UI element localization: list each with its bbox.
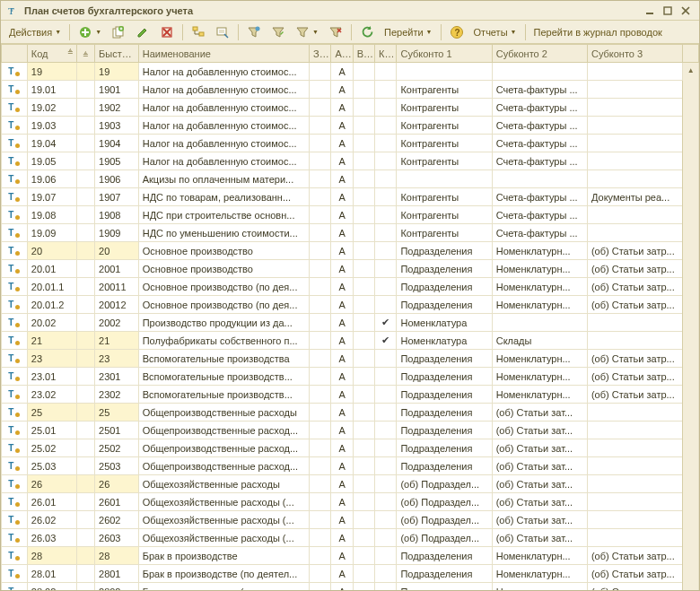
cell-v (353, 188, 374, 206)
svg-rect-3 (664, 7, 671, 14)
col-z[interactable]: З... (310, 45, 331, 63)
table-row[interactable]: T19.021902Налог на добавленную стоимос..… (2, 99, 699, 117)
cell-k (375, 296, 397, 314)
cell-fast: 1909 (95, 224, 139, 242)
table-row[interactable]: T28.022802Брак в производстве (по деятел… (2, 583, 699, 591)
table-row[interactable]: T23.022302Вспомогательные производств...… (2, 386, 699, 404)
cell-z (310, 529, 331, 547)
copy-button[interactable] (107, 22, 130, 42)
maximize-button[interactable] (660, 4, 676, 17)
cell-name: Общехозяйственные расходы (... (138, 493, 309, 511)
filter-edit-button[interactable] (267, 22, 290, 42)
table-row[interactable]: T19.041904Налог на добавленную стоимос..… (2, 135, 699, 152)
cell-sort (77, 529, 95, 547)
table-row[interactable]: T19.061906Акцизы по оплаченным матери...… (2, 170, 699, 188)
cell-k (375, 547, 397, 565)
table-row[interactable]: T20.022002Производство продукции из да..… (2, 314, 699, 332)
cell-sort (77, 386, 95, 404)
scroll-up-icon[interactable]: ▲ (683, 63, 698, 77)
cell-v (353, 170, 374, 188)
row-icon: T (2, 135, 28, 152)
cell-code: 19.09 (27, 224, 76, 242)
cell-k (375, 206, 397, 224)
filter-history-button[interactable]: ▼ (291, 22, 323, 42)
goto-label: Перейти (384, 27, 424, 38)
cell-code: 23.02 (27, 386, 76, 404)
table-row[interactable]: T2828Брак в производствеАПодразделенияНо… (2, 547, 699, 565)
vertical-scrollbar[interactable]: ▲ (683, 63, 699, 591)
minimize-button[interactable] (642, 4, 658, 17)
cell-sub1: Подразделения (397, 422, 492, 439)
table-row[interactable]: T28.012801Брак в производстве (по деятел… (2, 565, 699, 583)
reports-menu[interactable]: Отчеты ▼ (469, 22, 521, 42)
toolbar-separator (69, 24, 70, 40)
journal-button[interactable]: Перейти в журнал проводок (529, 22, 667, 42)
table-row[interactable]: T2323Вспомогательные производстваАПодраз… (2, 350, 699, 368)
table-row[interactable]: T26.022602Общехозяйственные расходы (...… (2, 511, 699, 529)
actions-menu[interactable]: Действия ▼ (4, 22, 66, 42)
table-row[interactable]: T2626Общехозяйственные расходыА(об) Подр… (2, 475, 699, 493)
table-row[interactable]: T19.051905Налог на добавленную стоимос..… (2, 152, 699, 170)
help-button[interactable]: ? (445, 22, 468, 42)
cell-sub3 (587, 206, 682, 224)
goto-menu[interactable]: Перейти ▼ (380, 22, 437, 42)
cell-code: 20.01.1 (27, 278, 76, 296)
table-row[interactable]: T19.081908НДС при строительстве основн..… (2, 206, 699, 224)
find-button[interactable] (211, 22, 234, 42)
refresh-button[interactable] (355, 22, 379, 42)
cell-sort (77, 242, 95, 260)
cell-sub2: Номенклатурн... (492, 583, 587, 591)
col-sub1[interactable]: Субконто 1 (397, 45, 492, 63)
col-k[interactable]: К... (375, 45, 397, 63)
table-row[interactable]: T26.012601Общехозяйственные расходы (...… (2, 493, 699, 511)
table-row[interactable]: T25.032503Общепроизводственные расход...… (2, 457, 699, 475)
table-row[interactable]: T25.022502Общепроизводственные расход...… (2, 439, 699, 457)
col-v[interactable]: В... (353, 45, 374, 63)
table-row[interactable]: T23.012301Вспомогательные производств...… (2, 368, 699, 386)
col-sort-secondary[interactable]: ≜ (77, 45, 95, 63)
table-row[interactable]: T20.01.220012Основное производство (по д… (2, 296, 699, 314)
row-icon: T (2, 439, 28, 457)
delete-button[interactable] (155, 22, 179, 42)
col-icon[interactable] (2, 45, 28, 63)
close-button[interactable] (678, 4, 694, 17)
edit-button[interactable] (131, 22, 154, 42)
cell-code: 23.01 (27, 368, 76, 386)
col-sub3[interactable]: Субконто 3 (587, 45, 682, 63)
col-fast[interactable]: Быстр... (95, 45, 139, 63)
cell-fast: 1906 (95, 170, 139, 188)
table-row[interactable]: T2020Основное производствоАПодразделения… (2, 242, 699, 260)
table-row[interactable]: T1919Налог на добавленную стоимос...А▲ (2, 63, 699, 81)
cell-z (310, 386, 331, 404)
table-row[interactable]: T19.071907НДС по товарам, реализованн...… (2, 188, 699, 206)
table-row[interactable]: T2121Полуфабрикаты собственного п...А✔Но… (2, 332, 699, 350)
table-row[interactable]: T20.012001Основное производствоАПодразде… (2, 260, 699, 278)
cell-name: Налог на добавленную стоимос... (138, 99, 309, 117)
table-row[interactable]: T19.011901Налог на добавленную стоимос..… (2, 81, 699, 99)
cell-k (375, 511, 397, 529)
filter-clear-button[interactable] (324, 22, 347, 42)
cell-code: 28 (27, 547, 76, 565)
cell-sub3 (587, 135, 682, 152)
add-button[interactable]: ▼ (74, 22, 106, 42)
table-row[interactable]: T2525Общепроизводственные расходыАПодраз… (2, 404, 699, 422)
table-row[interactable]: T26.032603Общехозяйственные расходы (...… (2, 529, 699, 547)
cell-fast: 1907 (95, 188, 139, 206)
col-code[interactable]: Код≜ (27, 45, 76, 63)
col-sub2[interactable]: Субконто 2 (492, 45, 587, 63)
chevron-down-icon: ▼ (95, 29, 101, 35)
col-name[interactable]: Наименование (138, 45, 309, 63)
cell-sort (77, 135, 95, 152)
table-row[interactable]: T25.012501Общепроизводственные расход...… (2, 422, 699, 439)
filter-by-button[interactable] (242, 22, 266, 42)
table-row[interactable]: T20.01.120011Основное производство (по д… (2, 278, 699, 296)
col-a[interactable]: А... (331, 45, 353, 63)
cell-code: 26.02 (27, 511, 76, 529)
table-row[interactable]: T19.091909НДС по уменьшению стоимости...… (2, 224, 699, 242)
table-row[interactable]: T19.031903Налог на добавленную стоимос..… (2, 117, 699, 135)
cell-sub2: Номенклатурн... (492, 547, 587, 565)
cell-sub2: Номенклатурн... (492, 350, 587, 368)
hierarchy-button[interactable] (187, 22, 210, 42)
cell-code: 20.01.2 (27, 296, 76, 314)
accounts-grid[interactable]: Код≜ ≜ Быстр... Наименование З... А... В… (1, 44, 699, 590)
